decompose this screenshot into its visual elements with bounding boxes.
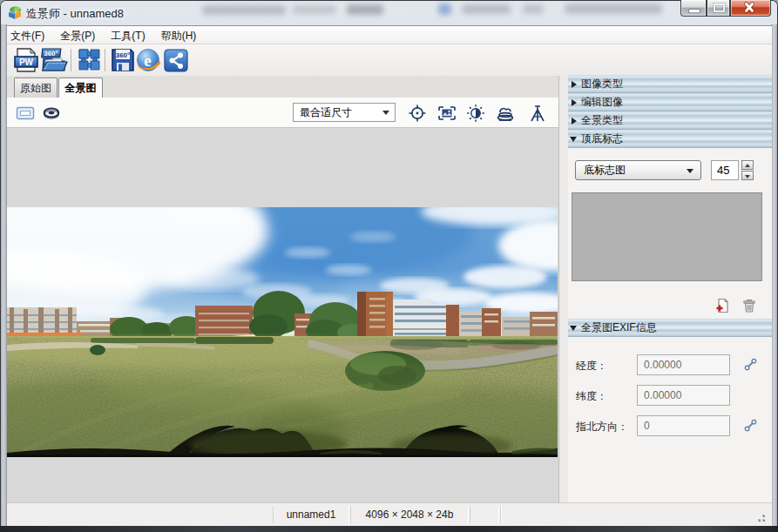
svg-text:PW: PW [19,57,34,67]
svg-text:360°: 360° [116,51,131,59]
svg-text:360°: 360° [44,50,58,57]
svg-text:e: e [144,51,151,70]
